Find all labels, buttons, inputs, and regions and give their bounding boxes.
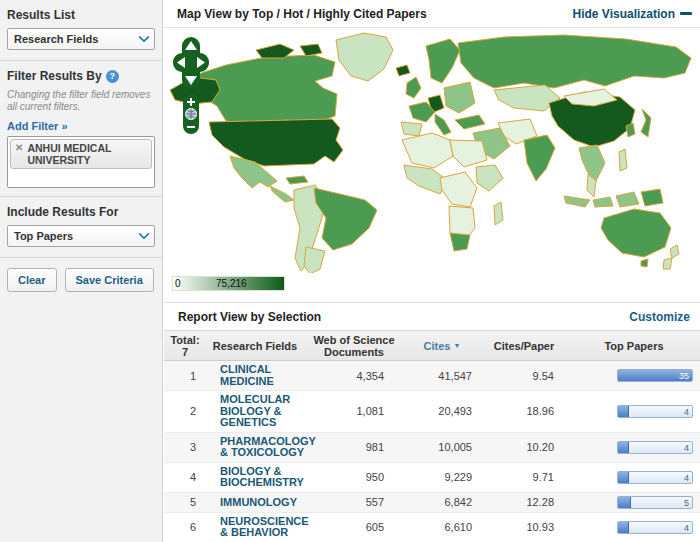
- map-legend: 0 75,216: [164, 273, 700, 303]
- docs-cell: 1,081: [332, 405, 392, 417]
- map-navigation-controls[interactable]: [172, 36, 212, 136]
- top-papers-bar-fill: [618, 442, 629, 453]
- country-new-zealand: [663, 245, 679, 269]
- remove-filter-icon[interactable]: ✕: [15, 142, 23, 154]
- table-row: 5 IMMUNOLOGY 557 6,842 12.28 5: [164, 493, 700, 513]
- sidebar-divider: [0, 257, 162, 258]
- top-papers-cell: 5: [562, 496, 700, 509]
- research-field-link[interactable]: NEUROSCIENCE & BEHAVIOR: [220, 516, 318, 539]
- top-papers-bar[interactable]: 4: [617, 521, 693, 534]
- legend-max-label: 75,216: [216, 278, 247, 289]
- research-field-link[interactable]: PHARMACOLOGY & TOXICOLOGY: [220, 436, 318, 459]
- cites-cell: 20,493: [392, 405, 480, 417]
- cites-per-paper-cell: 18.96: [480, 405, 562, 417]
- field-cell: NEUROSCIENCE & BEHAVIOR: [206, 516, 332, 539]
- top-papers-bar-fill: [618, 497, 631, 508]
- top-papers-bar[interactable]: 4: [617, 405, 693, 418]
- report-title: Report View by Selection: [178, 310, 321, 324]
- customize-link[interactable]: Customize: [629, 310, 690, 324]
- cites-per-paper-cell: 9.71: [480, 471, 562, 483]
- top-papers-value: 4: [684, 406, 689, 418]
- research-field-link[interactable]: CLINICAL MEDICINE: [220, 364, 318, 387]
- sort-desc-icon: ▼: [454, 342, 461, 349]
- field-cell: BIOLOGY & BIOCHEMISTRY: [206, 466, 332, 489]
- cites-per-paper-cell: 9.54: [480, 370, 562, 382]
- country-usa: [209, 119, 343, 166]
- country-scandinavia: [426, 39, 460, 83]
- world-map[interactable]: [164, 28, 700, 273]
- country-south-africa: [450, 233, 470, 251]
- country-indochina: [579, 145, 605, 181]
- table-header: Total: 7 Research Fields Web of Science …: [164, 330, 700, 361]
- top-papers-cell: 4: [562, 471, 700, 484]
- top-papers-bar[interactable]: 4: [617, 441, 693, 454]
- rank-cell: 2: [164, 405, 206, 417]
- docs-cell: 950: [332, 471, 392, 483]
- include-results-select[interactable]: Top Papers: [7, 225, 155, 247]
- research-field-link[interactable]: BIOLOGY & BIOCHEMISTRY: [220, 466, 318, 489]
- country-spain: [401, 122, 422, 136]
- top-papers-value: 4: [684, 522, 689, 534]
- docs-cell: 557: [332, 496, 392, 508]
- cites-per-paper-cell: 10.93: [480, 521, 562, 533]
- field-cell: PHARMACOLOGY & TOXICOLOGY: [206, 436, 332, 459]
- country-brazil: [314, 188, 377, 250]
- results-list-select[interactable]: Research Fields: [7, 28, 155, 50]
- total-count: 7: [164, 346, 206, 358]
- country-ne-africa: [450, 140, 487, 167]
- research-field-link[interactable]: IMMUNOLOGY: [220, 497, 297, 509]
- table-body: 1 CLINICAL MEDICINE 4,354 41,547 9.54 35…: [164, 361, 700, 542]
- top-papers-bar[interactable]: 5: [617, 496, 693, 509]
- top-papers-cell: 35: [562, 369, 700, 382]
- hide-visualization-label: Hide Visualization: [573, 7, 675, 21]
- total-label: Total:: [164, 334, 206, 346]
- col-cites-per-paper: Cites/Paper: [480, 340, 568, 352]
- top-papers-bar[interactable]: 4: [617, 471, 693, 484]
- results-list-selected-value: Research Fields: [14, 33, 98, 45]
- save-criteria-button[interactable]: Save Criteria: [65, 268, 154, 292]
- filter-chip-label: ANHUI MEDICAL UNIVERSITY: [27, 142, 147, 166]
- research-field-link[interactable]: MOLECULAR BIOLOGY & GENETICS: [220, 394, 318, 429]
- report-header: Report View by Selection Customize: [164, 303, 700, 330]
- hide-visualization-link[interactable]: Hide Visualization: [573, 7, 692, 21]
- top-papers-bar[interactable]: 35: [617, 369, 693, 382]
- country-east-europe: [444, 82, 475, 113]
- collapse-minus-icon: [680, 12, 692, 15]
- map-header: Map View by Top / Hot / Highly Cited Pap…: [164, 0, 700, 28]
- country-cuba: [286, 176, 308, 184]
- top-papers-cell: 4: [562, 521, 700, 534]
- help-icon[interactable]: ?: [106, 70, 119, 83]
- country-central-america: [270, 186, 294, 202]
- rank-cell: 4: [164, 471, 206, 483]
- sidebar-divider: [0, 60, 162, 61]
- cites-cell: 6,610: [392, 521, 480, 533]
- legend-min-label: 0: [175, 278, 181, 289]
- table-row: 2 MOLECULAR BIOLOGY & GENETICS 1,081 20,…: [164, 391, 700, 433]
- main-panel: Map View by Top / Hot / Highly Cited Pap…: [164, 0, 700, 542]
- cites-cell: 10,005: [392, 441, 480, 453]
- include-results-heading: Include Results For: [7, 205, 155, 219]
- docs-cell: 981: [332, 441, 392, 453]
- filter-box[interactable]: ✕ ANHUI MEDICAL UNIVERSITY: [7, 136, 155, 188]
- top-papers-value: 4: [684, 442, 689, 454]
- country-turkey: [455, 115, 485, 129]
- top-papers-value: 35: [679, 370, 689, 382]
- country-korea: [626, 123, 635, 137]
- filter-by-label: Filter Results By: [7, 69, 102, 83]
- top-papers-cell: 4: [562, 405, 700, 418]
- filter-by-heading: Filter Results By?: [7, 69, 155, 83]
- country-madagascar: [494, 202, 503, 225]
- docs-cell: 605: [332, 521, 392, 533]
- col-total: Total: 7: [164, 334, 206, 358]
- table-row: 3 PHARMACOLOGY & TOXICOLOGY 981 10,005 1…: [164, 433, 700, 463]
- col-cites-sort[interactable]: Cites ▼: [404, 340, 480, 352]
- chevron-down-icon: [138, 31, 149, 42]
- rank-cell: 6: [164, 521, 206, 533]
- field-cell: MOLECULAR BIOLOGY & GENETICS: [206, 394, 332, 429]
- chevron-down-icon: [138, 229, 149, 240]
- rank-cell: 3: [164, 441, 206, 453]
- clear-button[interactable]: Clear: [7, 268, 57, 292]
- top-papers-bar-fill: [618, 522, 629, 533]
- add-filter-link[interactable]: Add Filter »: [7, 120, 68, 132]
- country-horn-africa: [476, 165, 503, 191]
